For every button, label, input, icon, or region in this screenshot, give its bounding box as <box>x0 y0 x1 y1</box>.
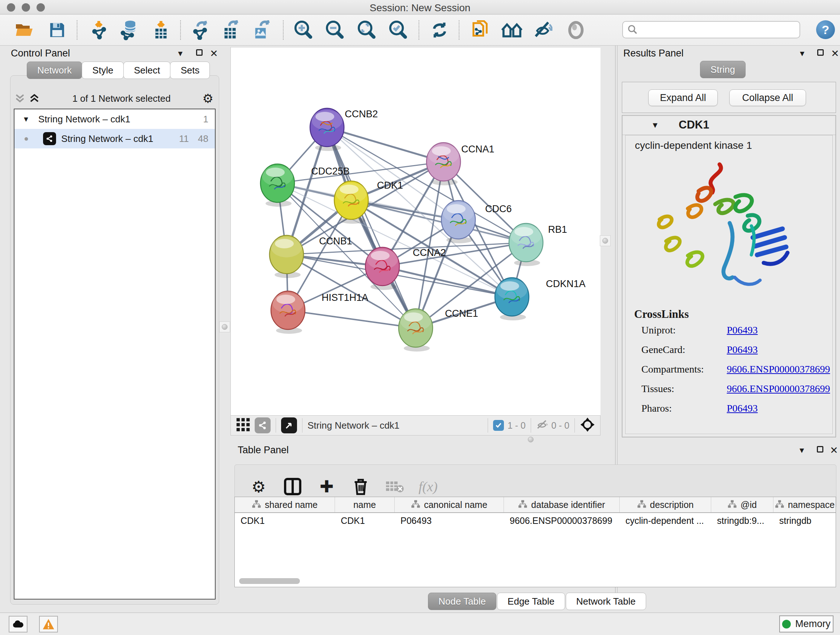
table-cell[interactable]: 9606.ENSP00000378699 <box>504 513 620 528</box>
table-cell[interactable]: stringdb <box>774 513 836 528</box>
grid-view-icon[interactable] <box>236 417 250 433</box>
collection-disclosure-icon[interactable]: ▼ <box>22 115 30 124</box>
right-splitter-handle[interactable] <box>600 235 611 246</box>
string-network-graph[interactable]: CCNB2CCNA1CDC25BCDK1CDC6RB1CCNB1CCNA2CDK… <box>231 48 600 415</box>
search-input[interactable] <box>638 25 794 35</box>
table-delete-table-icon[interactable] <box>385 477 405 497</box>
network-edge[interactable] <box>382 266 512 297</box>
results-panel-close-button[interactable]: ✕ <box>831 48 839 59</box>
column-header-shared-name[interactable]: shared name <box>235 497 335 512</box>
collapse-all-icon[interactable] <box>14 93 26 104</box>
tab-style[interactable]: Style <box>82 62 124 79</box>
table-row[interactable]: CDK1CDK1P064939606.ENSP00000378699cyclin… <box>235 513 836 528</box>
import-table-file-icon[interactable] <box>150 20 172 40</box>
results-panel-float-button[interactable] <box>817 49 824 57</box>
column-header-namespace[interactable]: namespace <box>774 497 836 512</box>
homes-icon[interactable] <box>501 20 523 40</box>
column-header-canonical-name[interactable]: canonical name <box>395 497 504 512</box>
control-panel-close-button[interactable]: ✕ <box>210 48 218 59</box>
zoom-fit-icon[interactable] <box>355 20 377 40</box>
table-cell[interactable]: P06493 <box>395 513 504 528</box>
export-image-icon[interactable] <box>251 20 272 40</box>
tab-edge-table[interactable]: Edge Table <box>497 593 565 610</box>
expand-all-icon[interactable] <box>28 93 41 104</box>
column-header--id[interactable]: @id <box>711 497 774 512</box>
hide-unhide-icon[interactable] <box>532 20 554 40</box>
birds-eye-view-icon[interactable] <box>281 417 297 433</box>
crosslink-link[interactable]: P06493 <box>727 402 758 414</box>
table-cell[interactable]: cyclin-dependent ... <box>620 513 711 528</box>
table-cell[interactable]: CDK1 <box>235 513 335 528</box>
network-collection-row[interactable]: ▼ String Network – cdk1 1 <box>14 109 215 129</box>
crosslink-link[interactable]: P06493 <box>727 344 758 356</box>
network-view-share-icon[interactable] <box>255 417 271 433</box>
table-cell[interactable]: stringdb:9... <box>711 513 774 528</box>
network-node-ccnb2[interactable]: CCNB2 <box>310 108 378 151</box>
column-header-description[interactable]: description <box>620 497 711 512</box>
network-edge[interactable] <box>288 310 416 328</box>
crosslink-link[interactable]: 9606.ENSP00000378699 <box>727 383 830 394</box>
export-table-icon[interactable] <box>220 20 242 40</box>
results-panel-menu-button[interactable]: ▼ <box>798 49 806 58</box>
memory-button[interactable]: Memory <box>779 616 834 632</box>
column-header-database-identifier[interactable]: database identifier <box>504 497 620 512</box>
export-network-icon[interactable] <box>189 20 211 40</box>
table-panel-float-button[interactable] <box>817 446 823 454</box>
tab-network[interactable]: Network <box>27 62 82 79</box>
zoom-in-icon[interactable] <box>292 20 314 40</box>
open-session-icon[interactable] <box>14 20 35 40</box>
control-panel-float-button[interactable] <box>196 49 202 57</box>
results-node-header[interactable]: ▼ CDK1 <box>622 116 836 135</box>
help-button[interactable]: ? <box>816 20 835 39</box>
table-cell[interactable]: CDK1 <box>335 513 395 528</box>
crosslink-link[interactable]: P06493 <box>727 325 758 336</box>
network-node-rb1[interactable]: RB1 <box>509 223 567 266</box>
expand-all-button[interactable]: Expand All <box>648 89 718 106</box>
table-horizontal-scrollbar[interactable] <box>235 578 836 585</box>
network-row[interactable]: ● String Network – cdk1 11 48 <box>14 129 215 149</box>
search-field[interactable] <box>622 21 800 38</box>
tab-node-table[interactable]: Node Table <box>428 593 496 610</box>
tab-string[interactable]: String <box>700 61 745 78</box>
eye-icon[interactable] <box>565 20 587 40</box>
warning-status-button[interactable] <box>39 616 58 632</box>
network-node-ccne1[interactable]: CCNE1 <box>399 308 478 352</box>
table-panel-menu-button[interactable]: ▼ <box>798 446 806 455</box>
scrollbar-thumb[interactable] <box>239 578 300 584</box>
column-type-icon <box>518 500 527 510</box>
table-function-builder-icon[interactable]: f(x) <box>418 477 438 497</box>
tab-network-table[interactable]: Network Table <box>566 593 646 610</box>
import-network-file-icon[interactable] <box>88 20 111 40</box>
network-node-cdk1[interactable]: CDK1 <box>334 180 403 224</box>
import-network-database-icon[interactable] <box>118 20 141 40</box>
table-panel-close-button[interactable]: ✕ <box>830 445 838 456</box>
center-view-crosshair-icon[interactable] <box>580 417 595 434</box>
table-add-column-icon[interactable]: ✚ <box>317 477 337 497</box>
zoom-selected-icon[interactable] <box>387 20 409 40</box>
network-options-gear-icon[interactable]: ⚙ <box>202 91 213 106</box>
control-panel-menu-button[interactable]: ▼ <box>177 49 184 58</box>
table-settings-gear-icon[interactable]: ⚙ <box>248 477 269 497</box>
refresh-layout-icon[interactable] <box>429 20 450 40</box>
clone-network-icon[interactable] <box>470 20 491 40</box>
network-node-hist1h1a[interactable]: HIST1H1A <box>271 291 368 334</box>
left-splitter-handle[interactable] <box>219 321 230 333</box>
node-disclosure-icon[interactable]: ▼ <box>651 120 659 130</box>
column-header-label: @id <box>741 500 757 510</box>
network-view-canvas[interactable]: CCNB2CCNA1CDC25BCDK1CDC6RB1CCNB1CCNA2CDK… <box>231 47 600 415</box>
network-edge[interactable] <box>327 127 444 162</box>
collapse-all-button[interactable]: Collapse All <box>729 89 806 106</box>
cloud-status-button[interactable] <box>9 616 27 632</box>
tab-sets[interactable]: Sets <box>170 62 210 79</box>
memory-status-dot <box>782 620 791 629</box>
crosslink-link[interactable]: 9606.ENSP00000378699 <box>727 363 830 375</box>
horizontal-splitter-handle[interactable] <box>528 437 534 442</box>
network-node-cdkn1a[interactable]: CDKN1A <box>495 278 586 320</box>
zoom-out-icon[interactable] <box>324 20 346 40</box>
table-columns-icon[interactable] <box>283 477 303 497</box>
node-table[interactable]: shared namenamecanonical namedatabase id… <box>234 497 836 587</box>
column-header-name[interactable]: name <box>335 497 395 512</box>
table-delete-icon[interactable] <box>351 477 371 497</box>
tab-select[interactable]: Select <box>123 62 171 79</box>
save-session-icon[interactable] <box>46 20 68 40</box>
